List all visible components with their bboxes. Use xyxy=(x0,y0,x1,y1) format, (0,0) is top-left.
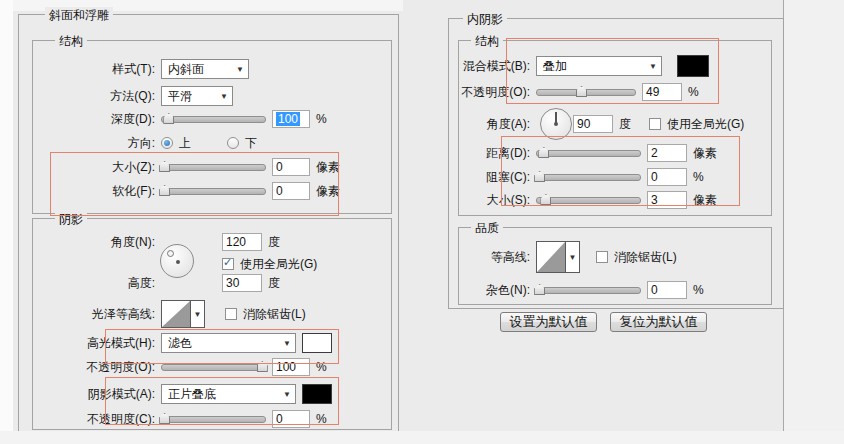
contour-row: 等高线: ▼ 消除锯齿(L) xyxy=(400,240,677,274)
highlight-mode-dropdown[interactable]: 滤色 ▼ xyxy=(161,333,296,353)
distance-slider[interactable] xyxy=(536,144,641,162)
highlight-color-swatch[interactable] xyxy=(302,333,332,353)
highlight-opacity-unit: % xyxy=(316,360,327,374)
set-default-button[interactable]: 设置为默认值 xyxy=(500,312,597,332)
slider-thumb[interactable] xyxy=(534,171,545,182)
direction-up-radio[interactable] xyxy=(161,137,173,149)
contour-picker[interactable]: ▼ xyxy=(536,241,580,273)
blend-color-swatch[interactable] xyxy=(677,55,709,77)
slider-thumb[interactable] xyxy=(159,161,170,172)
method-label: 方法(Q): xyxy=(25,88,155,105)
style-dropdown[interactable]: 内斜面 ▼ xyxy=(161,59,249,79)
angle-value-input[interactable]: 120 xyxy=(222,233,262,251)
slider-thumb[interactable] xyxy=(159,413,170,424)
use-global-light-label: 使用全局光(G) xyxy=(240,256,317,273)
is-opacity-input[interactable]: 49 xyxy=(642,83,682,101)
is-opacity-slider[interactable] xyxy=(536,83,636,101)
shadow-opacity-unit: % xyxy=(316,412,327,426)
contour-anti-alias-checkbox[interactable] xyxy=(596,251,608,263)
is-angle-input[interactable]: 90 xyxy=(573,115,613,133)
is-opacity-row: 不透明度(O): 49 % xyxy=(400,81,699,103)
angle-row: 角度(N): 120 度 xyxy=(25,231,280,253)
slider-thumb[interactable] xyxy=(257,361,268,372)
gloss-contour-row: 光泽等高线: ▼ 消除锯齿(L) xyxy=(25,299,306,329)
is-size-row: 大小(S): 3 像素 xyxy=(400,189,717,211)
size-unit: 像素 xyxy=(316,159,340,176)
method-dropdown[interactable]: 平滑 ▼ xyxy=(161,86,233,106)
gloss-contour-label: 光泽等高线: xyxy=(25,306,155,323)
slider-thumb[interactable] xyxy=(163,113,174,124)
is-angle-unit: 度 xyxy=(619,116,631,133)
choke-input[interactable]: 0 xyxy=(647,168,687,186)
chevron-down-icon: ▼ xyxy=(283,391,291,399)
angle-label: 角度(N): xyxy=(25,234,155,251)
blend-mode-row: 混合模式(B): 叠加 ▼ xyxy=(400,55,709,77)
slider-thumb[interactable] xyxy=(534,284,545,295)
soften-unit: 像素 xyxy=(316,183,340,200)
is-angle-dial[interactable] xyxy=(540,108,572,140)
contour-label: 等高线: xyxy=(400,249,530,266)
shadow-opacity-slider[interactable] xyxy=(161,410,266,428)
dial-center-dot xyxy=(176,260,180,264)
method-row: 方法(Q): 平滑 ▼ xyxy=(25,85,233,107)
altitude-value-input[interactable]: 30 xyxy=(222,274,262,292)
soften-slider[interactable] xyxy=(161,182,266,200)
highlight-mode-row: 高光模式(H): 滤色 ▼ xyxy=(25,332,332,354)
size-value-input[interactable]: 0 xyxy=(272,158,310,176)
shadow-mode-dropdown[interactable]: 正片叠底 ▼ xyxy=(161,384,296,404)
distance-input[interactable]: 2 xyxy=(647,144,687,162)
direction-down-radio[interactable] xyxy=(227,137,239,149)
shadow-opacity-input[interactable]: 0 xyxy=(272,410,310,428)
choke-label: 阻塞(C): xyxy=(400,169,530,186)
style-label: 样式(T): xyxy=(25,61,155,78)
bevel-shading-title: 阴影 xyxy=(55,211,87,228)
depth-row: 深度(D): 100 % xyxy=(25,108,327,130)
style-row: 样式(T): 内斜面 ▼ xyxy=(25,58,249,80)
depth-slider[interactable] xyxy=(161,110,266,128)
is-global-light-checkbox[interactable] xyxy=(649,118,661,130)
chevron-down-icon[interactable]: ▼ xyxy=(566,241,580,273)
soften-row: 软化(F): 0 像素 xyxy=(25,180,340,202)
slider-thumb[interactable] xyxy=(540,194,551,205)
size-slider[interactable] xyxy=(161,158,266,176)
shadow-mode-value: 正片叠底 xyxy=(168,386,216,403)
highlight-opacity-slider[interactable] xyxy=(161,358,266,376)
noise-slider[interactable] xyxy=(536,281,641,299)
gloss-anti-alias-checkbox[interactable] xyxy=(225,308,237,320)
is-angle-label: 角度(A): xyxy=(400,116,530,133)
shadow-opacity-label: 不透明度(C): xyxy=(25,411,155,428)
gloss-contour-picker[interactable]: ▼ xyxy=(161,300,205,328)
highlight-opacity-label: 不透明度(O): xyxy=(25,359,155,376)
contour-thumbnail-icon xyxy=(536,241,566,273)
noise-input[interactable]: 0 xyxy=(647,281,687,299)
dial-center-dot xyxy=(554,122,558,126)
is-structure-title: 结构 xyxy=(471,33,503,50)
highlight-mode-value: 滤色 xyxy=(168,335,192,352)
chevron-down-icon[interactable]: ▼ xyxy=(191,300,205,328)
inner-shadow-title: 内阴影 xyxy=(463,11,507,28)
altitude-unit: 度 xyxy=(268,275,280,292)
blend-mode-dropdown[interactable]: 叠加 ▼ xyxy=(536,56,662,76)
slider-thumb[interactable] xyxy=(159,185,170,196)
is-size-unit: 像素 xyxy=(693,192,717,209)
bottom-margin xyxy=(0,431,844,444)
is-size-input[interactable]: 3 xyxy=(647,191,687,209)
contour-thumbnail-icon xyxy=(161,300,191,328)
chevron-down-icon: ▼ xyxy=(236,66,244,74)
direction-row: 方向: 上 下 xyxy=(25,132,257,154)
choke-slider[interactable] xyxy=(536,168,641,186)
highlight-opacity-input[interactable]: 100 xyxy=(272,358,310,376)
slider-thumb[interactable] xyxy=(538,147,549,158)
slider-thumb[interactable] xyxy=(576,86,587,97)
shadow-color-swatch[interactable] xyxy=(302,384,332,404)
reset-default-button[interactable]: 复位为默认值 xyxy=(610,312,707,332)
method-value: 平滑 xyxy=(168,88,192,105)
blend-mode-value: 叠加 xyxy=(543,58,567,75)
use-global-light-checkbox[interactable] xyxy=(222,258,234,270)
soften-value-input[interactable]: 0 xyxy=(272,182,310,200)
soften-label: 软化(F): xyxy=(25,183,155,200)
is-size-slider[interactable] xyxy=(536,191,641,209)
depth-value-input[interactable]: 100 xyxy=(272,110,310,128)
right-margin xyxy=(784,0,844,444)
angle-unit: 度 xyxy=(268,234,280,251)
